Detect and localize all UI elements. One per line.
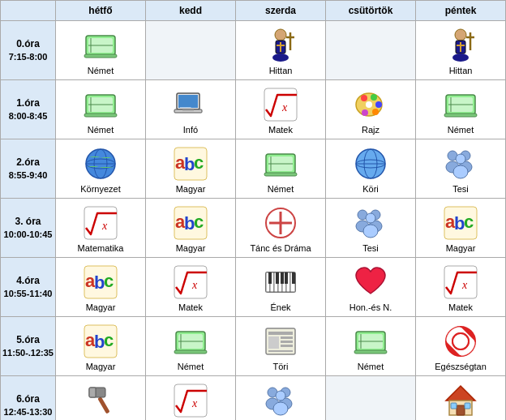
- cell-row2-col3: Köri: [326, 139, 416, 199]
- cell-label: Német: [358, 362, 384, 371]
- svg-rect-145: [465, 403, 470, 409]
- header-pentek: péntek: [416, 1, 506, 21]
- svg-text:___: ___: [179, 101, 191, 108]
- cell-row0-col4: Hittan: [416, 21, 506, 80]
- cell-row6-col3: [326, 376, 416, 421]
- icon-magyar: a b c: [173, 205, 208, 241]
- svg-marker-141: [446, 386, 475, 401]
- time-sub: 10:55-11:40: [2, 288, 54, 300]
- cell-row5-col2: Töri: [236, 317, 326, 376]
- icon-magyar: a b c: [83, 324, 118, 359]
- icon-matek: x: [173, 264, 208, 300]
- cell-label: Matek: [178, 302, 203, 312]
- cell-row3-col0: x Matematika: [56, 199, 146, 258]
- svg-point-16: [452, 54, 469, 62]
- icon-matematika: x: [83, 205, 118, 241]
- cell-row4-col1: x Matek: [146, 258, 236, 317]
- cell-row2-col4: Tesi: [416, 139, 506, 199]
- svg-rect-118: [281, 336, 293, 339]
- icon-tori: [263, 324, 298, 359]
- svg-text:x: x: [101, 220, 108, 232]
- svg-rect-101: [281, 272, 284, 284]
- icon-egeszsegtan: [443, 324, 478, 359]
- cell-row1-col4: Német: [416, 80, 506, 139]
- svg-point-34: [375, 101, 382, 108]
- cell-row1-col1: ___ Infó: [146, 80, 236, 139]
- icon-hittan: [443, 28, 478, 63]
- svg-rect-124: [354, 350, 387, 354]
- time-sub: 7:15-8:00: [2, 51, 54, 63]
- header-hetfo: hétfő: [56, 1, 146, 21]
- icon-matek: x: [263, 87, 298, 122]
- cell-row6-col2: Tesi: [236, 376, 326, 421]
- svg-text:c: c: [104, 271, 114, 291]
- time-main: 2.óra: [2, 156, 54, 169]
- time-cell-row-0: 0.óra7:15-8:00: [1, 21, 56, 80]
- svg-rect-102: [285, 272, 288, 284]
- cell-row0-col0: Német: [56, 21, 146, 80]
- svg-point-9: [272, 54, 289, 62]
- cell-row3-col2: Tánc és Dráma: [236, 199, 326, 258]
- time-sub: 8:00-8:45: [2, 110, 54, 122]
- cell-row6-col4: Osztályfőnöki: [416, 376, 506, 421]
- svg-rect-130: [97, 396, 109, 414]
- cell-row3-col1: a b c Magyar: [146, 199, 236, 258]
- icon-tanc: [263, 205, 298, 241]
- svg-rect-100: [276, 272, 279, 284]
- cell-label: Rajz: [362, 125, 380, 135]
- svg-text:x: x: [281, 101, 288, 114]
- icon-magyar: a b c: [83, 264, 118, 300]
- cell-row0-col2: Hittan: [236, 21, 326, 80]
- svg-rect-21: [84, 114, 117, 117]
- svg-point-5: [275, 29, 286, 41]
- svg-point-32: [361, 95, 367, 101]
- icon-tesi2: [353, 205, 388, 241]
- svg-point-80: [363, 225, 378, 238]
- svg-point-79: [366, 213, 375, 223]
- svg-rect-120: [281, 345, 293, 347]
- icon-tesi: [263, 383, 298, 418]
- time-sub: 10:00-10:45: [2, 229, 54, 241]
- svg-point-36: [362, 109, 368, 116]
- icon-nemet: [83, 87, 118, 122]
- cell-label: Tánc és Dráma: [250, 243, 311, 253]
- cell-label: Hon.-és N.: [349, 302, 392, 312]
- cell-row2-col0: Környezet: [56, 139, 146, 199]
- time-cell-row-4: 4.óra10:55-11:40: [1, 258, 56, 317]
- header-kedd: kedd: [146, 1, 236, 21]
- svg-rect-144: [451, 403, 457, 409]
- icon-magyar: a b c: [173, 146, 208, 182]
- time-main: 6.óra: [2, 392, 54, 406]
- cell-row2-col2: Német: [236, 139, 326, 199]
- time-main: 4.óra: [2, 274, 54, 288]
- cell-row1-col3: Rajz: [326, 80, 416, 139]
- icon-info: ___: [173, 87, 208, 122]
- icon-nemet: [443, 87, 478, 122]
- cell-row6-col0: Technika: [56, 376, 146, 421]
- svg-rect-132: [89, 388, 96, 397]
- header-szerda: szerda: [236, 1, 326, 21]
- icon-kori: [353, 146, 388, 182]
- icon-hon: [353, 264, 388, 300]
- cell-label: Német: [88, 125, 114, 135]
- icon-nemet: [83, 28, 118, 63]
- cell-label: Matematika: [78, 243, 124, 253]
- svg-rect-40: [444, 114, 477, 117]
- icon-nemet: [173, 324, 208, 359]
- icon-nemet2: [263, 146, 298, 182]
- svg-rect-66: [84, 207, 117, 239]
- time-sub: 8:55-9:40: [2, 169, 54, 182]
- svg-rect-112: [174, 350, 207, 354]
- cell-label: Tesi: [452, 184, 469, 194]
- cell-row4-col4: x Matek: [416, 258, 506, 317]
- cell-label: Magyar: [176, 243, 206, 253]
- svg-text:c: c: [464, 212, 474, 232]
- icon-technika: [83, 383, 118, 418]
- svg-rect-143: [457, 405, 465, 415]
- icon-matek: x: [443, 264, 478, 300]
- time-main: 5.óra: [2, 333, 54, 347]
- icon-matek: x: [173, 383, 208, 418]
- time-main: 1.óra: [2, 96, 54, 110]
- svg-rect-53: [264, 173, 297, 176]
- cell-label: Magyar: [86, 302, 116, 312]
